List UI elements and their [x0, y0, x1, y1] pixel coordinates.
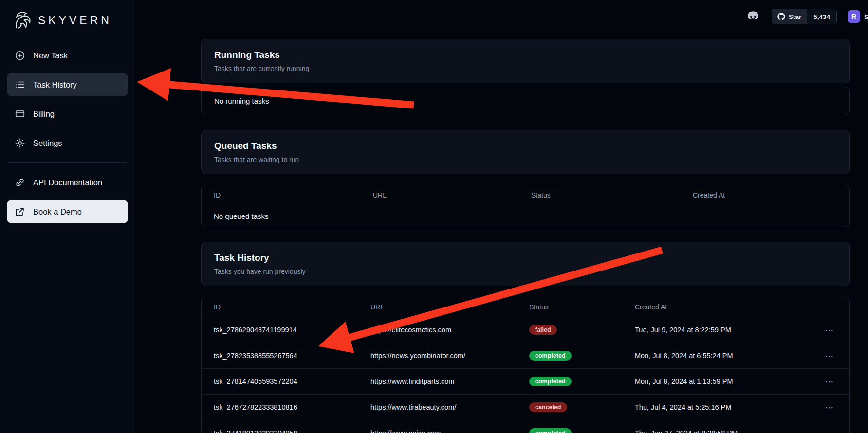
task-created-at: Thu, Jul 4, 2024 at 5:25:16 PM — [635, 403, 813, 411]
column-header-created-at: Created At — [635, 303, 813, 311]
table-row[interactable]: tsk_276727822333810816 https://www.tirab… — [202, 394, 849, 420]
table-header-row: ID URL Status Created At — [202, 185, 849, 205]
section-title: Running Tasks — [214, 50, 836, 60]
sidebar-item-task-history[interactable]: Task History — [7, 73, 128, 96]
column-header-id: ID — [214, 191, 373, 199]
table-row[interactable]: tsk_278147405593572204 https://www.findi… — [202, 368, 849, 394]
sidebar-item-new-task[interactable]: New Task — [7, 44, 128, 67]
column-header-id: ID — [214, 303, 370, 311]
row-actions-button[interactable]: ⋯ — [822, 376, 837, 387]
topbar: Star 5,434 R S — [135, 0, 868, 33]
task-id: tsk_276727822333810816 — [214, 403, 370, 411]
plus-circle-icon — [15, 50, 25, 61]
task-history-header: Task History Tasks you have run previous… — [201, 242, 850, 286]
gear-icon — [15, 138, 25, 148]
list-icon — [15, 79, 25, 90]
running-tasks-section: Running Tasks Tasks that are currently r… — [201, 39, 850, 115]
brand-name: SKYVERN — [38, 14, 112, 27]
section-title: Task History — [214, 253, 836, 263]
avatar[interactable]: R — [848, 10, 860, 23]
task-url: https://www.tirabeauty.com/ — [370, 403, 529, 411]
section-subtitle: Tasks that are currently running — [214, 65, 836, 72]
status-badge: canceled — [529, 402, 567, 412]
task-url: https://news.ycombinator.com/ — [370, 352, 529, 360]
sidebar-item-label: New Task — [33, 51, 68, 60]
row-actions-button[interactable]: ⋯ — [822, 325, 837, 336]
main-area: Star 5,434 R S Running Tasks Tasks that … — [135, 0, 868, 433]
row-actions-button[interactable]: ⋯ — [822, 428, 837, 433]
sidebar-item-label: API Documentation — [33, 178, 102, 187]
github-icon — [777, 13, 785, 20]
secondary-nav: API Documentation Book a Demo — [7, 171, 128, 223]
column-header-url: URL — [373, 191, 531, 199]
task-url: https://www.finditparts.com — [370, 378, 529, 385]
sidebar-item-settings[interactable]: Settings — [7, 131, 128, 155]
queued-tasks-header: Queued Tasks Tasks that are waiting to r… — [201, 130, 850, 174]
task-created-at: Mon, Jul 8, 2024 at 6:55:24 PM — [635, 352, 813, 360]
sidebar-item-label: Task History — [33, 80, 77, 90]
task-url: https://www.geico.com — [370, 429, 529, 433]
external-link-icon — [15, 206, 25, 217]
link-icon — [15, 177, 25, 188]
github-star-button[interactable]: Star 5,434 — [772, 9, 837, 24]
column-header-status: Status — [531, 191, 693, 199]
sidebar-item-label: Settings — [33, 139, 62, 148]
task-id: tsk_278629043741199914 — [214, 326, 370, 334]
row-actions-button[interactable]: ⋯ — [822, 350, 837, 361]
sidebar-item-label: Billing — [33, 109, 55, 119]
github-star-label: Star — [789, 13, 801, 20]
discord-icon[interactable] — [746, 11, 760, 22]
task-id: tsk_278147405593572204 — [214, 378, 370, 385]
sidebar-divider — [8, 162, 127, 163]
task-created-at: Tue, Jul 9, 2024 at 8:22:59 PM — [635, 326, 813, 334]
sidebar-item-api-documentation[interactable]: API Documentation — [7, 171, 128, 194]
page-content: Running Tasks Tasks that are currently r… — [135, 33, 868, 433]
column-header-status: Status — [529, 303, 635, 311]
running-tasks-header: Running Tasks Tasks that are currently r… — [201, 39, 850, 83]
sidebar-item-label: Book a Demo — [33, 207, 82, 216]
running-tasks-empty-state: No running tasks — [201, 87, 850, 115]
skyvern-logo: SKYVERN — [7, 8, 128, 31]
task-created-at: Mon, Jul 8, 2024 at 1:13:59 PM — [635, 378, 813, 385]
column-header-url: URL — [370, 303, 529, 311]
row-actions-button[interactable]: ⋯ — [822, 402, 837, 413]
table-row[interactable]: tsk_274180139292204058 https://www.geico… — [202, 420, 849, 433]
status-badge: completed — [529, 377, 572, 386]
primary-nav: New Task Task History Billing Settings — [7, 44, 128, 155]
queued-tasks-section: Queued Tasks Tasks that are waiting to r… — [201, 130, 850, 227]
task-created-at: Thu, Jun 27, 2024 at 8:38:58 PM — [635, 429, 813, 433]
task-id: tsk_274180139292204058 — [214, 429, 370, 433]
task-history-table: ID URL Status Created At tsk_27862904374… — [201, 297, 850, 433]
column-header-created-at: Created At — [693, 191, 837, 199]
section-subtitle: Tasks you have run previously — [214, 268, 836, 275]
task-history-section: Task History Tasks you have run previous… — [201, 242, 850, 433]
section-subtitle: Tasks that are waiting to run — [214, 156, 836, 163]
dragon-logo-icon — [12, 10, 33, 31]
sidebar-item-book-a-demo[interactable]: Book a Demo — [7, 200, 128, 223]
credit-card-icon — [15, 108, 25, 119]
status-badge: completed — [529, 428, 572, 433]
section-title: Queued Tasks — [214, 141, 836, 151]
table-row[interactable]: tsk_278235388555267564 https://news.ycom… — [202, 343, 849, 368]
github-star-count: 5,434 — [807, 9, 836, 24]
status-badge: failed — [529, 325, 557, 335]
table-row[interactable]: tsk_278629043741199914 https://elitecosm… — [202, 317, 849, 343]
status-badge: completed — [529, 351, 572, 361]
table-header-row: ID URL Status Created At — [202, 297, 849, 317]
queued-tasks-empty-state: No queued tasks — [202, 205, 849, 227]
sidebar: SKYVERN New Task Task History Billing Se… — [0, 0, 135, 433]
queued-tasks-table: ID URL Status Created At No queued tasks — [201, 185, 850, 227]
sidebar-item-billing[interactable]: Billing — [7, 102, 128, 126]
task-history-rows: tsk_278629043741199914 https://elitecosm… — [202, 317, 849, 433]
user-label: S — [864, 13, 868, 21]
task-url: https://elitecosmetics.com — [370, 326, 529, 334]
task-id: tsk_278235388555267564 — [214, 352, 370, 360]
